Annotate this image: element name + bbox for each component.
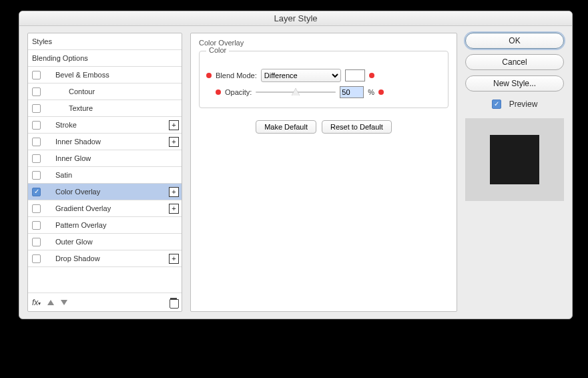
move-up-icon[interactable] — [47, 300, 54, 305]
move-down-icon[interactable] — [61, 300, 67, 305]
style-checkbox[interactable] — [32, 121, 41, 130]
opacity-row: Opacity: % — [206, 86, 441, 98]
color-overlay-group: Color Overlay Color Blend Mode: Differen… — [199, 39, 449, 134]
preview-label: Preview — [509, 100, 538, 109]
style-row-contour[interactable]: Contour — [28, 83, 182, 100]
color-group-title: Color — [206, 46, 229, 54]
style-checkbox[interactable] — [32, 204, 41, 213]
color-group: Color Blend Mode: Difference Opacity: — [199, 51, 449, 108]
preview-checkbox[interactable]: ✓ — [492, 100, 501, 109]
style-checkbox[interactable]: ✓ — [32, 188, 41, 196]
slider-thumb-icon[interactable] — [292, 88, 300, 96]
add-instance-icon[interactable]: + — [169, 204, 179, 214]
blending-options-row[interactable]: Blending Options — [28, 50, 182, 67]
styles-header-label: Styles — [32, 37, 52, 45]
style-row-bevel-emboss[interactable]: Bevel & Emboss — [28, 67, 182, 83]
style-checkbox[interactable] — [32, 138, 41, 146]
reset-default-button[interactable]: Reset to Default — [322, 120, 392, 134]
style-label: Gradient Overlay — [55, 204, 111, 212]
style-checkbox[interactable] — [32, 104, 41, 113]
modified-dot-icon — [369, 73, 374, 78]
style-label: Inner Glow — [55, 154, 91, 162]
dialog-body: Styles Blending Options Bevel & EmbossCo… — [19, 26, 572, 319]
style-row-drop-shadow[interactable]: Drop Shadow+ — [28, 250, 182, 267]
options-panel: Color Overlay Color Blend Mode: Differen… — [190, 33, 457, 312]
styles-panel: Styles Blending Options Bevel & EmbossCo… — [27, 33, 182, 312]
style-label: Pattern Overlay — [55, 221, 106, 229]
styles-header-row[interactable]: Styles — [28, 33, 182, 50]
add-instance-icon[interactable]: + — [169, 254, 179, 264]
ok-button[interactable]: OK — [465, 33, 564, 49]
preview-box — [465, 118, 564, 201]
new-style-button[interactable]: New Style... — [465, 75, 564, 91]
modified-dot-icon — [216, 89, 221, 95]
style-checkbox[interactable] — [32, 254, 41, 263]
add-instance-icon[interactable]: + — [169, 137, 179, 147]
modified-dot-icon — [378, 89, 384, 95]
trash-icon[interactable] — [170, 298, 178, 307]
style-checkbox[interactable] — [32, 154, 41, 163]
style-checkbox[interactable] — [32, 87, 41, 96]
style-row-inner-shadow[interactable]: Inner Shadow+ — [28, 134, 182, 150]
add-instance-icon[interactable]: + — [169, 187, 179, 197]
styles-footer: fx▾ — [28, 293, 182, 311]
style-label: Satin — [55, 171, 72, 179]
style-row-inner-glow[interactable]: Inner Glow — [28, 150, 182, 167]
opacity-input[interactable] — [340, 86, 364, 98]
style-label: Drop Shadow — [55, 254, 100, 262]
style-checkbox[interactable] — [32, 238, 41, 246]
percent-label: % — [368, 88, 374, 96]
style-label: Outer Glow — [55, 238, 93, 246]
blend-mode-row: Blend Mode: Difference — [206, 69, 441, 82]
add-instance-icon[interactable]: + — [169, 120, 179, 130]
make-default-button[interactable]: Make Default — [256, 120, 316, 134]
opacity-label: Opacity: — [225, 88, 252, 96]
style-row-stroke[interactable]: Stroke+ — [28, 117, 182, 134]
style-label: Inner Shadow — [55, 138, 101, 146]
style-label: Color Overlay — [55, 188, 100, 196]
style-checkbox[interactable] — [32, 221, 41, 230]
style-label: Texture — [69, 104, 93, 112]
right-panel: OK Cancel New Style... ✓ Preview — [465, 33, 564, 312]
modified-dot-icon — [206, 73, 212, 78]
style-row-color-overlay[interactable]: ✓Color Overlay+ — [28, 184, 182, 200]
window-title: Layer Style — [19, 11, 572, 26]
overlay-color-swatch[interactable] — [345, 69, 365, 81]
style-checkbox[interactable] — [32, 71, 41, 79]
fx-menu-icon[interactable]: fx▾ — [32, 298, 41, 307]
style-label: Bevel & Emboss — [55, 71, 109, 79]
style-row-satin[interactable]: Satin — [28, 167, 182, 184]
opacity-slider[interactable] — [256, 87, 336, 97]
blend-mode-select[interactable]: Difference — [261, 69, 341, 82]
preview-toggle-row[interactable]: ✓ Preview — [465, 100, 564, 109]
style-label: Stroke — [55, 121, 77, 129]
style-checkbox[interactable] — [32, 171, 41, 180]
style-row-outer-glow[interactable]: Outer Glow — [28, 234, 182, 250]
style-row-pattern-overlay[interactable]: Pattern Overlay — [28, 217, 182, 234]
blend-mode-label: Blend Mode: — [216, 71, 257, 79]
style-row-gradient-overlay[interactable]: Gradient Overlay+ — [28, 200, 182, 217]
style-row-texture[interactable]: Texture — [28, 100, 182, 117]
style-label: Contour — [69, 87, 95, 96]
default-buttons: Make Default Reset to Default — [199, 120, 449, 134]
layer-style-dialog: Layer Style Styles Blending Options Beve… — [19, 11, 573, 319]
blending-options-label: Blending Options — [32, 54, 88, 62]
styles-list: Styles Blending Options Bevel & EmbossCo… — [28, 33, 182, 293]
cancel-button[interactable]: Cancel — [465, 54, 564, 70]
preview-sample — [490, 135, 539, 184]
